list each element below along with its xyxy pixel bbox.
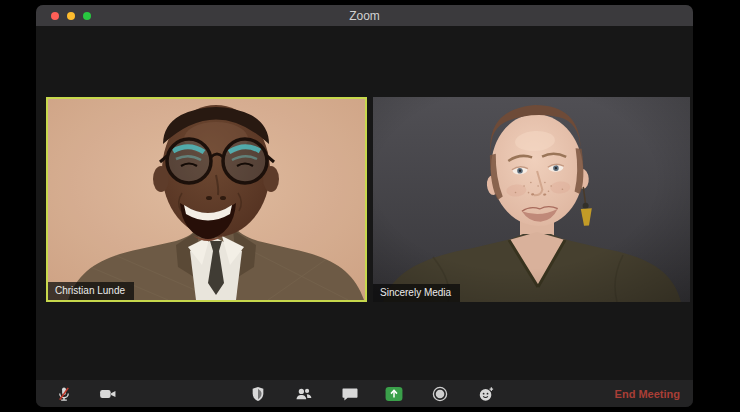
titlebar: Zoom <box>36 5 693 26</box>
reactions-button[interactable] <box>477 386 495 402</box>
participant-name-label: Christian Lunde <box>48 282 134 301</box>
share-screen-button[interactable] <box>385 386 404 401</box>
meeting-toolbar: End Meeting <box>36 380 693 407</box>
video-tile-sincerely-media[interactable]: Sincerely Media <box>373 97 690 302</box>
participants-icon <box>294 387 314 401</box>
security-button[interactable] <box>251 386 266 402</box>
chat-button[interactable] <box>342 386 359 401</box>
record-button[interactable] <box>432 386 448 402</box>
video-camera-icon <box>98 387 118 401</box>
portrait-woman-short-hair <box>373 97 690 302</box>
chat-bubble-icon <box>342 386 359 401</box>
mute-button[interactable] <box>55 385 73 402</box>
participants-button[interactable] <box>294 387 314 401</box>
reactions-smiley-icon <box>477 386 495 402</box>
portrait-man-glasses <box>48 99 365 300</box>
end-meeting-button[interactable]: End Meeting <box>615 388 680 400</box>
video-tile-christian-lunde[interactable]: Christian Lunde <box>46 97 367 302</box>
zoom-app-window: Zoom <box>36 5 693 407</box>
microphone-muted-icon <box>55 385 73 402</box>
stop-video-button[interactable] <box>98 387 118 401</box>
record-icon <box>432 386 448 402</box>
window-title: Zoom <box>36 9 693 23</box>
participant-name-label: Sincerely Media <box>373 284 460 303</box>
share-screen-icon <box>385 386 404 401</box>
shield-icon <box>251 386 266 402</box>
